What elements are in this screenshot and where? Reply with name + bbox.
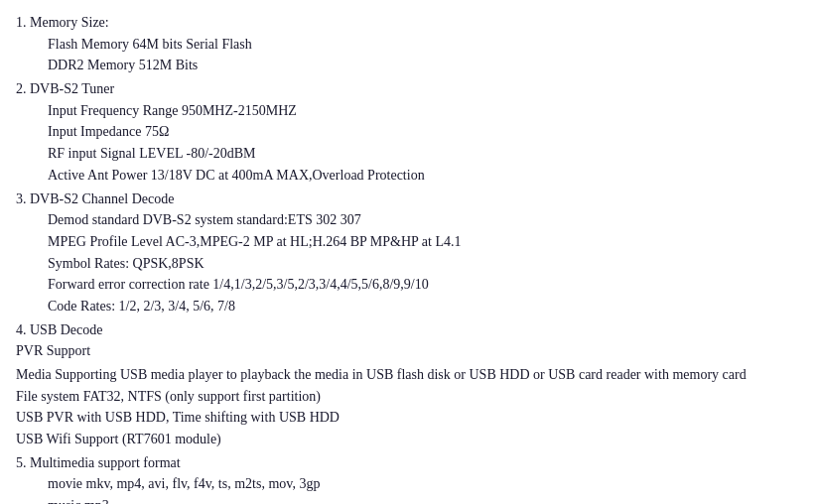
section-2: 2. DVB-S2 Tuner Input Frequency Range 95… <box>16 78 801 186</box>
section-5: 5. Multimedia support format movie mkv, … <box>16 452 801 504</box>
section-2-item-2: RF input Signal LEVEL -80/-20dBM <box>48 143 801 165</box>
section-2-item-1: Input Impedance 75Ω <box>48 121 801 143</box>
section-1-item-1: DDR2 Memory 512M Bits <box>48 55 801 76</box>
section-3-item-1: MPEG Profile Level AC-3,MPEG-2 MP at HL;… <box>48 231 801 253</box>
section-3-item-4: Code Rates: 1/2, 2/3, 3/4, 5/6, 7/8 <box>48 296 801 317</box>
section-4-title: 4. USB Decode <box>16 319 801 341</box>
section-3-item-0: Demod standard DVB-S2 system standard:ET… <box>48 209 801 231</box>
main-content: 1. Memory Size: Flash Memory 64M bits Se… <box>16 12 801 504</box>
section-4-line-2: USB PVR with USB HDD, Time shifting with… <box>16 407 801 429</box>
section-2-item-0: Input Frequency Range 950MHZ-2150MHZ <box>48 100 801 122</box>
section-4-line-3: USB Wifi Support (RT7601 module) <box>16 429 801 450</box>
section-4-pvr: PVR Support <box>16 340 801 362</box>
section-3: 3. DVB-S2 Channel Decode Demod standard … <box>16 189 801 317</box>
section-1-item-0: Flash Memory 64M bits Serial Flash <box>48 34 801 56</box>
section-1: 1. Memory Size: Flash Memory 64M bits Se… <box>16 12 801 76</box>
section-3-title: 3. DVB-S2 Channel Decode <box>16 189 801 210</box>
section-1-title: 1. Memory Size: <box>16 12 801 34</box>
section-2-item-3: Active Ant Power 13/18V DC at 400mA MAX,… <box>48 165 801 187</box>
section-2-title: 2. DVB-S2 Tuner <box>16 78 801 100</box>
section-4-line-1: File system FAT32, NTFS (only support fi… <box>16 386 801 408</box>
section-4-detail: Media Supporting USB media player to pla… <box>16 364 801 450</box>
section-5-title: 5. Multimedia support format <box>16 452 801 474</box>
section-5-item-0: movie mkv, mp4, avi, flv, f4v, ts, m2ts,… <box>48 473 801 495</box>
section-4: 4. USB Decode PVR Support <box>16 319 801 362</box>
section-3-item-3: Forward error correction rate 1/4,1/3,2/… <box>48 274 801 296</box>
section-3-item-2: Symbol Rates: QPSK,8PSK <box>48 253 801 275</box>
section-5-item-1: music mp3 <box>48 495 801 504</box>
section-4-line-0: Media Supporting USB media player to pla… <box>16 364 801 386</box>
